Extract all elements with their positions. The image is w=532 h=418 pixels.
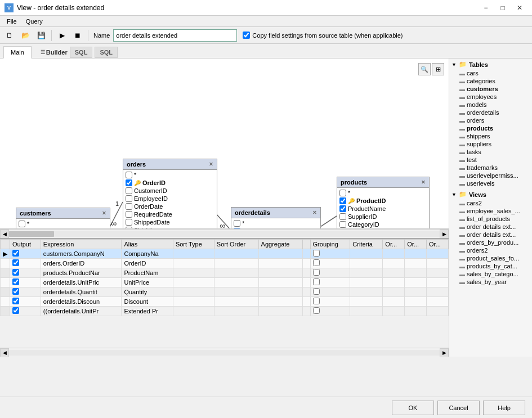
orders-check-star[interactable] <box>126 172 132 178</box>
tree-view-item[interactable]: ▬orders_by_produ... <box>450 239 531 246</box>
grid-cell-sorttype[interactable] <box>173 268 214 278</box>
grid-cell-or2[interactable] <box>405 259 427 268</box>
grid-cell-sortorder[interactable] <box>214 287 258 297</box>
grid-cell-sortorder[interactable] <box>214 249 258 259</box>
products-table[interactable]: products ✕ * 🔑 ProductID Prod <box>337 177 430 229</box>
grid-row[interactable]: orderdetails.UnitPric UnitPrice <box>1 278 449 287</box>
products-check-supplierid[interactable] <box>339 213 346 220</box>
grid-cell-aggregate[interactable] <box>258 249 302 259</box>
orderdetails-table[interactable]: orderdetails ✕ * 🔑 OrderID 🔑 <box>231 207 321 229</box>
grid-cell-aggregate[interactable] <box>258 259 302 268</box>
orderdetails-check-star[interactable] <box>234 220 240 227</box>
products-check-star[interactable] <box>339 190 346 196</box>
tb-save[interactable]: 💾 <box>34 29 48 42</box>
tree-table-item[interactable]: ▬test <box>450 156 531 164</box>
name-input[interactable] <box>113 29 237 42</box>
grid-cell-or2[interactable] <box>405 278 427 287</box>
tree-table-item[interactable]: ▬products <box>450 124 531 132</box>
grid-cell-or1[interactable] <box>383 307 405 316</box>
tree-table-item[interactable]: ▬trademarks <box>450 164 531 172</box>
customers-check-customerid[interactable] <box>19 228 25 229</box>
customers-check-star[interactable] <box>19 221 25 227</box>
grid-cell-output[interactable] <box>10 297 41 307</box>
grid-cell-grouping[interactable] <box>310 249 350 259</box>
maximize-button[interactable]: □ <box>495 2 511 14</box>
ok-button[interactable]: OK <box>392 401 434 415</box>
tree-table-item[interactable]: ▬suppliers <box>450 140 531 148</box>
grid-cell-or3[interactable] <box>427 268 449 278</box>
grid-row[interactable]: orders.OrderID OrderID <box>1 259 449 268</box>
menu-file[interactable]: File <box>2 17 21 26</box>
tree-view-item[interactable]: ▬order details ext... <box>450 223 531 231</box>
tree-view-item[interactable]: ▬order details ext... <box>450 231 531 239</box>
tree-view-item[interactable]: ▬sales_by_catego... <box>450 270 531 278</box>
orders-check-shipvia[interactable] <box>126 227 132 229</box>
grid-cell-or2[interactable] <box>405 307 427 316</box>
grid-row[interactable]: orderdetails.Discoun Discount <box>1 297 449 307</box>
tree-table-item[interactable]: ▬customers <box>450 85 531 93</box>
orders-check-employeeid[interactable] <box>126 195 132 202</box>
tree-table-item[interactable]: ▬employees <box>450 93 531 101</box>
grid-row[interactable]: orderdetails.Quantit Quantity <box>1 287 449 297</box>
tree-table-item[interactable]: ▬categories <box>450 77 531 85</box>
customers-table[interactable]: customers ✕ * 🔑 CustomerID Co <box>16 208 110 229</box>
grid-cell-aggregate[interactable] <box>258 297 302 307</box>
tables-header[interactable]: ▼ 📁 Tables <box>450 60 531 69</box>
customers-table-header[interactable]: customers ✕ <box>16 208 110 219</box>
tree-table-item[interactable]: ▬shippers <box>450 132 531 140</box>
grid-cell-sortorder[interactable] <box>214 278 258 287</box>
grid-cell-or3[interactable] <box>427 259 449 268</box>
tree-view-item[interactable]: ▬product_sales_fo... <box>450 254 531 262</box>
grid-row[interactable]: ▶ customers.CompanyN CompanyNa <box>1 249 449 259</box>
grid-cell-grouping[interactable] <box>310 259 350 268</box>
tree-view-item[interactable]: ▬cars2 <box>450 199 531 207</box>
grid-cell-sorttype[interactable] <box>173 297 214 307</box>
products-check-categoryid[interactable] <box>339 221 346 228</box>
grid-cell-sorttype[interactable] <box>173 259 214 268</box>
tree-table-item[interactable]: ▬userlevels <box>450 179 531 187</box>
grid-cell-sortorder[interactable] <box>214 297 258 307</box>
grid-cell-grouping[interactable] <box>310 307 350 316</box>
grid-cell-criteria[interactable] <box>350 278 383 287</box>
orders-table[interactable]: orders ✕ * 🔑 OrderID Customer <box>123 159 217 229</box>
grid-cell-criteria[interactable] <box>350 249 383 259</box>
sql-tab-1[interactable]: SQL <box>70 47 93 58</box>
grid-cell-alias[interactable]: Quantity <box>122 287 173 297</box>
sql-tab-2[interactable]: SQL <box>95 47 118 58</box>
tree-table-item[interactable]: ▬orders <box>450 116 531 124</box>
tree-view-item[interactable]: ▬orders2 <box>450 246 531 254</box>
tb-new[interactable]: 🗋 <box>2 29 17 42</box>
canvas-scroll-left[interactable]: ◀ <box>0 230 9 239</box>
customers-close-btn[interactable]: ✕ <box>102 210 106 216</box>
grid-cell-or1[interactable] <box>383 268 405 278</box>
grid-cell-output[interactable] <box>10 287 41 297</box>
grid-cell-or3[interactable] <box>427 307 449 316</box>
grid-cell-criteria[interactable] <box>350 307 383 316</box>
tab-main[interactable]: Main <box>3 46 32 59</box>
grid-cell-or1[interactable] <box>383 278 405 287</box>
close-button[interactable]: ✕ <box>512 2 527 14</box>
grid-scroll-left[interactable]: ◀ <box>0 348 9 357</box>
grid-cell-or3[interactable] <box>427 287 449 297</box>
grid-cell-expression[interactable]: orderdetails.Quantit <box>41 287 122 297</box>
grid-cell-output[interactable] <box>10 259 41 268</box>
grid-cell-aggregate[interactable] <box>258 268 302 278</box>
grid-cell-criteria[interactable] <box>350 259 383 268</box>
canvas-grid-button[interactable]: ⊞ <box>432 63 444 75</box>
orderdetails-check-orderid[interactable] <box>234 228 240 229</box>
products-table-header[interactable]: products ✕ <box>337 177 429 188</box>
grid-cell-criteria[interactable] <box>350 268 383 278</box>
grid-cell-grouping[interactable] <box>310 287 350 297</box>
grid-cell-sorttype[interactable] <box>173 287 214 297</box>
grid-cell-or1[interactable] <box>383 259 405 268</box>
products-close-btn[interactable]: ✕ <box>421 179 426 185</box>
grid-cell-aggregate[interactable] <box>258 287 302 297</box>
grid-cell-or1[interactable] <box>383 249 405 259</box>
tree-table-item[interactable]: ▬models <box>450 101 531 109</box>
products-check-productid[interactable] <box>339 197 346 204</box>
tree-view-item[interactable]: ▬employee_sales_... <box>450 207 531 215</box>
grid-cell-aggregate[interactable] <box>258 278 302 287</box>
orders-check-orderid[interactable] <box>126 179 132 186</box>
tree-table-item[interactable]: ▬tasks <box>450 148 531 156</box>
views-header[interactable]: ▼ 📁 Views <box>450 190 531 199</box>
